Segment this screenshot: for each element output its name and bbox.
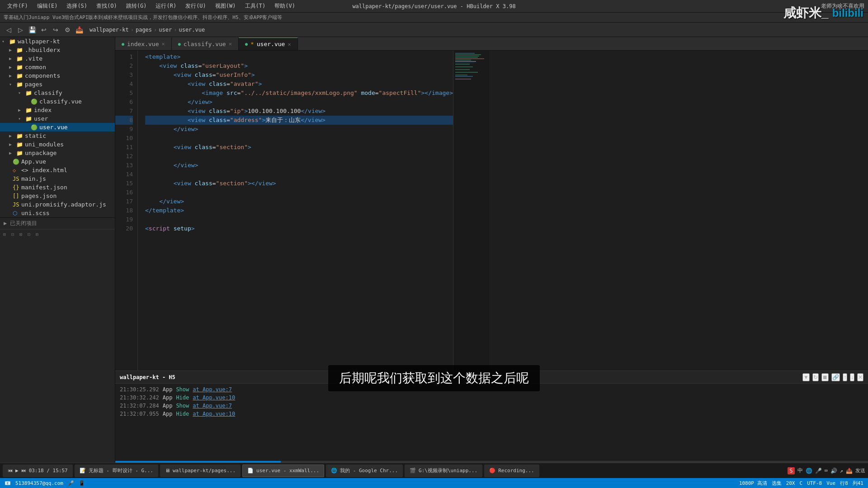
system-tray: S 中 🌐 🎤 ⌨ 🔊 ↗ 📤 发送 <box>788 467 865 474</box>
tree-label: static <box>25 132 46 139</box>
code-line-18: </template> <box>145 206 453 215</box>
tree-user-folder[interactable]: ▾ 📁 user <box>0 114 115 123</box>
menu-help[interactable]: 帮助(V) <box>271 1 299 11</box>
log-link-2[interactable]: at App.vue:10 <box>193 394 235 402</box>
toolbar-forward-btn[interactable]: ▷ <box>15 25 25 35</box>
toolbar-settings-btn[interactable]: ⚙ <box>62 25 72 35</box>
code-line-11: <view class="section"> <box>145 143 453 152</box>
breadcrumb-part1[interactable]: wallpaper-kt <box>90 27 129 33</box>
toolbar-redo-btn[interactable]: ↪ <box>51 25 61 35</box>
tree-common[interactable]: ▶ 📁 common <box>0 63 115 71</box>
terminal-close-btn[interactable]: ✕ <box>857 373 863 381</box>
menu-tools[interactable]: 工具(T) <box>241 1 269 11</box>
toolbar-import-btn[interactable]: 📥 <box>74 25 84 35</box>
closed-projects-section[interactable]: ▶ 已关闭项目 <box>0 217 115 229</box>
play-prev-icon[interactable]: ⏮ <box>8 468 13 474</box>
code-line-6: </view> <box>145 98 453 107</box>
sidebar-icon3[interactable]: ⊠ <box>18 231 24 237</box>
tray-icon-send[interactable]: 📤 <box>846 468 853 474</box>
close-icon[interactable]: ✕ <box>229 41 232 47</box>
taskbar-item-wallpaper[interactable]: 🖥 wallpaper-kt/pages... <box>160 465 241 477</box>
tree-user-vue[interactable]: 🟢 user.vue <box>0 123 115 131</box>
tree-vite[interactable]: ▶ 📁 .vite <box>0 54 115 63</box>
tree-pages[interactable]: ▾ 📁 pages <box>0 80 115 89</box>
tree-label: <> index.html <box>21 167 67 174</box>
sidebar-icon1[interactable]: ⊞ <box>2 231 7 237</box>
log-link-3[interactable]: at App.vue:7 <box>193 402 232 410</box>
taskbar-icon: 🎬 <box>410 468 416 474</box>
terminal-refresh-btn[interactable]: ↻ <box>812 373 819 381</box>
status-zoom: 20X <box>786 480 795 486</box>
code-editor[interactable]: <template> <view class="userLayout"> <vi… <box>138 51 453 371</box>
taskbar-play-controls[interactable]: ⏮ ▶ ⏭ 03:18 / 15:57 <box>3 465 73 477</box>
code-line-7: <view class="ip">100.100.100.100</view> <box>145 107 453 116</box>
menu-view[interactable]: 视图(W) <box>212 1 240 11</box>
tray-icon-share[interactable]: ↗ <box>840 468 843 474</box>
breadcrumb-part3[interactable]: user <box>159 27 172 33</box>
tree-hbuilderx[interactable]: ▶ 📁 .hbuilderx <box>0 46 115 54</box>
terminal-stop-btn[interactable]: ⏹ <box>821 373 829 381</box>
menu-publish[interactable]: 发行(U) <box>182 1 210 11</box>
tab-classify-vue[interactable]: ● classify.vue ✕ <box>172 38 239 50</box>
tree-uni-promisify[interactable]: JS uni.promisify.adaptor.js <box>0 200 115 209</box>
menu-select[interactable]: 选择(S) <box>63 1 91 11</box>
terminal-down-btn[interactable]: ▼ <box>802 373 810 381</box>
tree-components[interactable]: ▶ 📁 components <box>0 71 115 80</box>
code-line-3: <view class="userInfo"> <box>145 70 453 80</box>
tree-index-html[interactable]: ◇ <> index.html <box>0 166 115 174</box>
tree-project-root[interactable]: ▾ 📁 wallpaper-kt <box>0 37 115 46</box>
close-icon[interactable]: ✕ <box>161 41 165 47</box>
taskbar-label: user.vue - xxmWall... <box>256 468 319 474</box>
log-link-1[interactable]: at App.vue:7 <box>193 385 232 394</box>
tree-classify-vue[interactable]: 🟢 classify.vue <box>0 97 115 106</box>
tray-icon-mic[interactable]: 🎤 <box>815 468 822 474</box>
tray-icon-lang[interactable]: 中 <box>797 467 803 474</box>
input-method-icon[interactable]: S <box>788 467 794 474</box>
tree-uni-modules[interactable]: ▶ 📁 uni_modules <box>0 140 115 149</box>
tray-icon-sound[interactable]: 🔊 <box>830 468 837 474</box>
tray-icon-keyboard[interactable]: ⌨ <box>825 468 828 474</box>
menu-run[interactable]: 运行(R) <box>152 1 180 11</box>
tree-label: uni.scss <box>21 210 50 216</box>
tree-uni-scss[interactable]: ⬡ uni.scss <box>0 209 115 217</box>
breadcrumb-part2[interactable]: pages <box>136 27 152 33</box>
menu-edit[interactable]: 编辑(E) <box>33 1 61 11</box>
sidebar-icon5[interactable]: ⊞ <box>34 231 40 237</box>
toolbar-save-btn[interactable]: 💾 <box>27 25 37 35</box>
tree-pages-json[interactable]: [] pages.json <box>0 192 115 200</box>
bili-logo-icon: bilibili <box>832 7 863 19</box>
menu-file[interactable]: 文件(F) <box>4 1 32 11</box>
close-icon[interactable]: ✕ <box>288 41 291 47</box>
breadcrumb-part4[interactable]: user.vue <box>179 27 205 33</box>
sidebar-icon4[interactable]: ⊡ <box>26 231 32 237</box>
terminal-collapse-btn[interactable]: ↓ <box>850 373 854 381</box>
taskbar-item-video[interactable]: 🎬 G:\视频录制\uniapp... <box>405 465 482 477</box>
tree-unpackage[interactable]: ▶ 📁 unpackage <box>0 149 115 157</box>
taskbar-item-chrome[interactable]: 🌐 我的 - Google Chr... <box>326 465 403 477</box>
terminal-body: 21:30:25.292 App Show at App.vue:7 21:30… <box>115 384 868 460</box>
tree-static[interactable]: ▶ 📁 static <box>0 131 115 140</box>
tree-main-js[interactable]: JS main.js <box>0 174 115 183</box>
toolbar-back-btn[interactable]: ◁ <box>4 25 14 35</box>
tree-index-folder[interactable]: ▶ 📁 index <box>0 106 115 114</box>
menu-find[interactable]: 查找(O) <box>93 1 121 11</box>
taskbar-item-notepad[interactable]: 📝 无标题 - 即时设计 - G... <box>75 465 158 477</box>
tree-classify-folder[interactable]: ▾ 📁 classify <box>0 89 115 97</box>
taskbar-item-recording[interactable]: 🔴 Recording... <box>484 465 539 477</box>
taskbar-item-user-vue[interactable]: 📄 user.vue - xxmWall... <box>242 465 324 477</box>
tray-icon-network[interactable]: 🌐 <box>806 468 812 474</box>
caption-overlay: 后期呢我们获取到这个数据之后呢 <box>328 365 540 391</box>
log-link-4[interactable]: at App.vue:10 <box>193 410 235 418</box>
play-next-icon[interactable]: ⏭ <box>21 468 26 474</box>
sidebar-icon2[interactable]: ⊟ <box>10 231 15 237</box>
taskbar-label: 无标题 - 即时设计 - G... <box>89 467 153 474</box>
play-pause-icon[interactable]: ▶ <box>15 468 19 474</box>
tab-index-vue[interactable]: ● index.vue ✕ <box>115 38 172 50</box>
toolbar-undo-btn[interactable]: ↩ <box>39 25 49 35</box>
terminal-link-btn[interactable]: 🔗 <box>831 373 840 381</box>
tree-app-vue[interactable]: 🟢 App.vue <box>0 157 115 166</box>
terminal-expand-btn[interactable]: ↑ <box>843 373 847 381</box>
tab-user-vue[interactable]: ● * user.vue ✕ <box>239 38 298 50</box>
tree-manifest-json[interactable]: {} manifest.json <box>0 183 115 192</box>
menu-jump[interactable]: 跳转(G) <box>123 1 151 11</box>
